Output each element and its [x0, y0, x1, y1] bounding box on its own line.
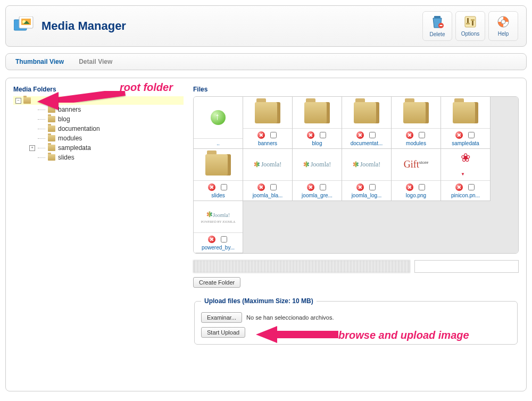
tree-folder-label: slides [58, 154, 74, 161]
delete-file-icon[interactable] [307, 131, 314, 139]
files-column: Files ..bannersblogdocumentat...moduless… [193, 86, 519, 383]
folder-icon [453, 102, 478, 123]
folder-icon [354, 102, 379, 123]
delete-file-icon[interactable] [455, 131, 463, 139]
svg-rect-4 [434, 16, 440, 18]
delete-file-icon[interactable] [356, 131, 364, 139]
file-item[interactable]: .. [194, 97, 243, 149]
file-item[interactable]: blog [293, 97, 342, 149]
tree-folder-documentation[interactable]: documentation [29, 124, 184, 133]
options-button[interactable]: Options [455, 11, 485, 41]
delete-file-icon[interactable] [307, 183, 314, 191]
tree-folder-blog[interactable]: blog [29, 114, 184, 124]
file-item[interactable]: modules [392, 97, 441, 149]
media-folders-title: Media Folders [13, 86, 184, 93]
file-name-label: banners [243, 140, 292, 146]
joomla-logo-icon: ✱Joomla! [303, 160, 331, 169]
joomla-powered-icon: ✱Joomla!POWERED BY JOOMLA [201, 210, 235, 223]
main-panel: Media Folders − bannersblogdocumentation… [5, 78, 527, 391]
svg-rect-10 [466, 23, 470, 24]
upload-fieldset: Upload files (Maximum Size: 10 MB) Exami… [194, 297, 518, 345]
select-file-checkbox[interactable] [221, 184, 227, 190]
file-name-label: slides [194, 193, 243, 198]
file-name-label: sampledata [441, 140, 490, 146]
tree-folder-slides[interactable]: slides [29, 153, 184, 162]
file-item[interactable]: ✱Joomla!joomla_gre... [293, 149, 342, 201]
help-button[interactable]: Help [488, 11, 518, 41]
select-file-checkbox[interactable] [468, 184, 475, 190]
options-icon [464, 15, 477, 30]
select-file-checkbox[interactable] [419, 132, 425, 138]
select-file-checkbox[interactable] [320, 132, 326, 138]
trash-icon [431, 15, 444, 30]
tab-thumbnail[interactable]: Thumbnail View [15, 58, 64, 65]
files-grid: ..bannersblogdocumentat...modulessampled… [194, 97, 518, 253]
tab-detail[interactable]: Detail View [79, 58, 112, 65]
svg-point-13 [501, 20, 505, 24]
tree-folder-banners[interactable]: banners [29, 105, 184, 114]
collapse-icon[interactable]: − [15, 98, 21, 104]
file-item[interactable]: slides [194, 149, 243, 201]
delete-button[interactable]: Delete [422, 11, 452, 41]
pin-icon: ❀▼ [461, 151, 470, 179]
file-item[interactable]: banners [243, 97, 293, 149]
select-file-checkbox[interactable] [419, 184, 425, 190]
file-item[interactable]: documentat... [342, 97, 392, 149]
view-tabs: Thumbnail View Detail View [5, 53, 527, 70]
select-file-checkbox[interactable] [369, 132, 376, 138]
path-row [193, 260, 519, 273]
file-item[interactable]: ❀▼pinicon.pn... [441, 149, 491, 201]
files-panel: ..bannersblogdocumentat...modulessampled… [193, 96, 519, 254]
folder-icon [48, 145, 55, 151]
tree-root[interactable]: − [13, 96, 184, 105]
file-item[interactable]: ✱Joomla!POWERED BY JOOMLApowered_by... [194, 201, 243, 253]
select-file-checkbox[interactable] [320, 184, 326, 190]
delete-file-icon[interactable] [406, 131, 413, 139]
delete-file-icon[interactable] [208, 183, 215, 191]
annotation-upload-label: browse and upload image [338, 329, 469, 341]
folder-icon [23, 97, 31, 104]
file-name-label: joomla_log... [342, 193, 391, 198]
select-file-checkbox[interactable] [468, 132, 475, 138]
file-item[interactable]: Giftstorelogo.png [392, 149, 441, 201]
select-file-checkbox[interactable] [270, 184, 277, 190]
tree-folder-label: banners [58, 106, 81, 113]
select-file-checkbox[interactable] [221, 236, 227, 243]
svg-rect-7 [465, 16, 476, 27]
files-title: Files [193, 86, 519, 93]
delete-file-icon[interactable] [257, 183, 265, 191]
file-name-label: documentat... [342, 140, 391, 146]
browse-button[interactable]: Examinar... [201, 312, 242, 323]
select-file-checkbox[interactable] [270, 132, 277, 138]
tree-folder-label: sampledata [58, 144, 91, 152]
joomla-logo-icon: ✱Joomla! [353, 160, 381, 169]
create-folder-button[interactable]: Create Folder [193, 277, 240, 288]
select-file-checkbox[interactable] [369, 184, 376, 190]
file-item[interactable]: ✱Joomla!joomla_log... [342, 149, 392, 201]
folder-icon [48, 154, 55, 161]
no-file-selected-text: No se han seleccionado archivos. [246, 314, 334, 321]
file-item[interactable]: sampledata [441, 97, 491, 149]
start-upload-button[interactable]: Start Upload [201, 327, 245, 338]
upload-legend: Upload files (Maximum Size: 10 MB) [201, 297, 317, 305]
gift-logo-icon: Giftstore [404, 159, 429, 170]
folder-icon [403, 102, 429, 123]
folder-icon [48, 116, 55, 122]
file-item[interactable]: ✱Joomla!joomla_bla... [243, 149, 293, 201]
delete-file-icon[interactable] [208, 236, 215, 243]
folder-icon [255, 102, 280, 123]
page-title: Media Manager [41, 19, 126, 33]
tree-folder-modules[interactable]: modules [29, 133, 184, 143]
folder-icon [205, 154, 231, 176]
new-folder-name-input[interactable] [414, 260, 519, 273]
delete-file-icon[interactable] [455, 183, 463, 191]
folder-tree: − bannersblogdocumentationmodules+sample… [13, 96, 184, 162]
delete-file-icon[interactable] [257, 131, 265, 139]
delete-file-icon[interactable] [406, 183, 413, 191]
folder-icon [304, 102, 330, 123]
current-path-display [193, 260, 410, 273]
expand-icon[interactable]: + [29, 145, 35, 151]
delete-file-icon[interactable] [356, 183, 364, 191]
folder-icon [48, 106, 55, 113]
tree-folder-sampledata[interactable]: +sampledata [29, 143, 184, 153]
